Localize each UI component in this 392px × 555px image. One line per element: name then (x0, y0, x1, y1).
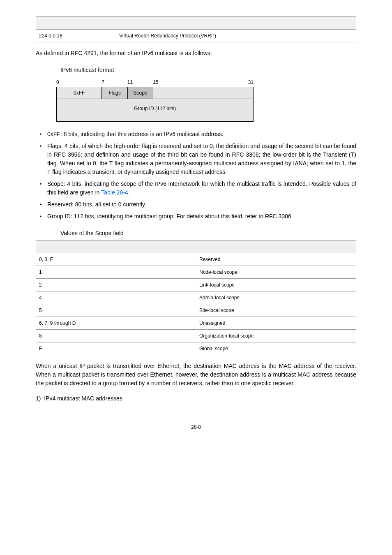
vrrp-desc: Virtual Router Redundancy Protocol (VRRP… (116, 30, 356, 42)
numbered-item-1: 1) IPv4 multicast MAC addresses (36, 394, 356, 403)
scope-header-1 (36, 240, 196, 253)
bullet-group-id: Group ID: 112 bits, identifying the mult… (47, 212, 356, 221)
bit-label-11: 11 (127, 79, 153, 86)
vrrp-table: 224.0.0.18 Virtual Router Redundancy Pro… (36, 16, 356, 42)
bullet-flags: Flags: 4 bits, of which the high-order f… (47, 142, 356, 176)
bit-label-7: 7 (101, 79, 127, 86)
table-ref-link[interactable]: Table 28-4 (101, 189, 128, 196)
table-row: EGlobal scope (36, 342, 356, 355)
bit-label-31: 31 (248, 79, 254, 86)
field-flags: Flags (101, 87, 127, 99)
intro-text: As defined in RFC 4291, the format of an… (36, 49, 356, 58)
field-scope: Scope (127, 87, 153, 99)
bullet-0xff: 0xFF: 8 bits, indicating that this addre… (47, 130, 356, 139)
mac-paragraph: When a unicast IP packet is transmitted … (36, 362, 356, 388)
scope-caption: Values of the Scope field (60, 229, 356, 238)
scope-table: 0, 3, FReserved 1Node-local scope 2Link-… (36, 240, 356, 355)
bullet-scope: Scope: 4 bits, indicating the scope of t… (47, 180, 356, 197)
page-number: 28-8 (36, 423, 356, 431)
table-row: 1Node-local scope (36, 266, 356, 279)
header-cell-2 (116, 17, 356, 30)
diagram-caption: IPv6 multicast format (60, 66, 356, 74)
field-0xff: 0xFF (56, 87, 101, 99)
header-cell-1 (36, 17, 116, 30)
bullet-reserved: Reserved: 80 bits, all set to 0 currentl… (47, 200, 356, 209)
vrrp-address: 224.0.0.18 (36, 30, 116, 42)
field-blank (153, 87, 254, 99)
table-row: 4Admin-local scope (36, 291, 356, 304)
table-row: 6, 7, 9 through DUnassigned (36, 317, 356, 330)
scope-header-2 (196, 240, 356, 253)
bullet-list: 0xFF: 8 bits, indicating that this addre… (36, 130, 356, 221)
table-row: 2Link-local scope (36, 279, 356, 291)
bit-label-15: 15 (153, 79, 248, 86)
multicast-format-diagram: 0 7 11 15 31 0xFF Flags Scope Group ID (… (56, 79, 254, 122)
bit-label-0: 0 (56, 79, 101, 86)
table-row: 5Site-local scope (36, 304, 356, 317)
field-group-id: Group ID (112 bits) (56, 99, 254, 122)
table-row: 8Organization-local scope (36, 330, 356, 342)
table-row: 0, 3, FReserved (36, 253, 356, 266)
